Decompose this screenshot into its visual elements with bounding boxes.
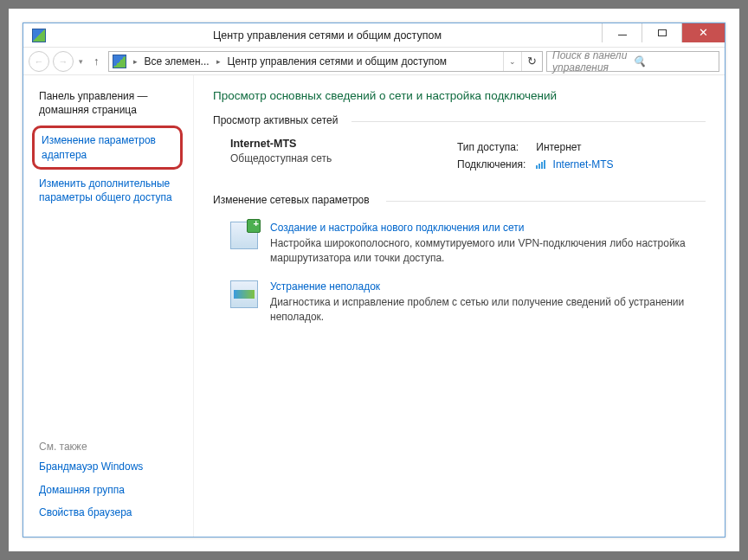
search-placeholder: Поиск в панели управления xyxy=(552,49,633,74)
close-button[interactable]: ✕ xyxy=(681,23,725,42)
navbar: ← → ▾ ↑ ▸ Все элемен... ▸ Центр управлен… xyxy=(23,48,725,75)
up-button[interactable]: ↑ xyxy=(88,55,105,68)
window-title: Центр управления сетями и общим доступом xyxy=(53,29,602,42)
network-type: Общедоступная сеть xyxy=(230,152,455,164)
troubleshoot-icon xyxy=(230,280,258,308)
page-heading: Просмотр основных сведений о сети и наст… xyxy=(213,89,706,102)
titlebar: Центр управления сетями и общим доступом… xyxy=(23,23,725,48)
connection-link[interactable]: Internet-MTS xyxy=(553,158,614,171)
adapter-settings-link[interactable]: Изменение параметров адаптера xyxy=(42,133,173,161)
location-icon xyxy=(113,55,126,68)
access-type-value: Интернет xyxy=(536,139,622,155)
see-also-label: См. также xyxy=(39,441,184,453)
maximize-button[interactable] xyxy=(642,23,681,42)
search-input[interactable]: Поиск в панели управления 🔍 xyxy=(546,51,719,72)
network-name: Internet-MTS xyxy=(230,138,455,150)
advanced-sharing-link[interactable]: Изменить дополнительные параметры общего… xyxy=(39,177,184,204)
main-content: Просмотр основных сведений о сети и наст… xyxy=(194,75,725,537)
address-dropdown[interactable]: ⌄ xyxy=(503,52,521,71)
signal-icon xyxy=(536,159,546,171)
control-panel-home-link[interactable]: Панель управления — домашняя страница xyxy=(39,89,184,117)
back-button[interactable]: ← xyxy=(29,51,49,72)
refresh-button[interactable]: ↻ xyxy=(521,52,542,71)
new-connection-link[interactable]: Создание и настройка нового подключения … xyxy=(270,222,706,234)
address-bar[interactable]: ▸ Все элемен... ▸ Центр управления сетям… xyxy=(108,51,544,72)
troubleshoot-link[interactable]: Устранение неполадок xyxy=(270,280,706,293)
adapter-settings-highlight: Изменение параметров адаптера xyxy=(32,126,183,169)
history-dropdown[interactable]: ▾ xyxy=(77,57,85,66)
sidebar: Панель управления — домашняя страница Из… xyxy=(23,75,194,537)
breadcrumb-segment[interactable]: Все элемен... xyxy=(141,55,213,68)
browser-properties-link[interactable]: Свойства браузера xyxy=(39,505,184,519)
chevron-right-icon: ▸ xyxy=(213,57,224,66)
troubleshoot-item: Устранение неполадок Диагностика и испра… xyxy=(213,274,706,333)
control-panel-window: Центр управления сетями и общим доступом… xyxy=(23,23,725,537)
new-connection-icon xyxy=(230,222,258,249)
search-icon: 🔍 xyxy=(633,55,713,68)
app-icon xyxy=(32,29,46,42)
active-networks-label: Просмотр активных сетей xyxy=(213,114,706,129)
firewall-link[interactable]: Брандмауэр Windows xyxy=(39,460,184,473)
change-settings-label: Изменение сетевых параметров xyxy=(213,194,706,206)
troubleshoot-desc: Диагностика и исправление проблем с сеть… xyxy=(270,295,706,325)
active-network-row: Internet-MTS Общедоступная сеть Тип дост… xyxy=(213,138,706,175)
breadcrumb-segment[interactable]: Центр управления сетями и общим доступом xyxy=(224,55,451,68)
new-connection-item: Создание и настройка нового подключения … xyxy=(213,215,706,274)
homegroup-link[interactable]: Домашняя группа xyxy=(39,483,184,497)
access-type-label: Тип доступа: xyxy=(457,139,534,155)
new-connection-desc: Настройка широкополосного, коммутируемог… xyxy=(270,236,706,266)
connections-label: Подключения: xyxy=(457,157,534,173)
minimize-button[interactable] xyxy=(602,23,642,42)
chevron-right-icon: ▸ xyxy=(130,57,141,66)
forward-button[interactable]: → xyxy=(53,51,74,72)
